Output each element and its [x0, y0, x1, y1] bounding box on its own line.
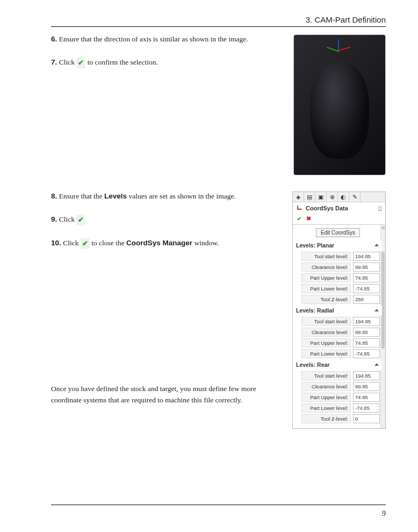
coordsys-icon	[296, 204, 304, 212]
step-7-pre: Click	[59, 58, 75, 66]
radial-upper-label[interactable]: Part Upper level:	[301, 338, 351, 347]
planar-upper-value[interactable]: 74.85	[353, 273, 380, 282]
text-column-top: 6. Ensure that the direction of axis is …	[51, 34, 293, 81]
rear-upper-row: Part Upper level: 74.85	[301, 393, 380, 402]
step-8-post: values are set as shown in the image.	[127, 192, 236, 200]
section-header-radial[interactable]: Levels: Radial	[294, 306, 382, 315]
step-6: 6. Ensure that the direction of axis is …	[51, 34, 286, 45]
planar-lower-row: Part Lower level: -74.85	[301, 284, 380, 293]
toolbar-icon-2[interactable]: ▤	[304, 192, 315, 202]
scrollbar[interactable]	[380, 225, 385, 428]
toolbar-icon-5[interactable]: ◐	[338, 192, 349, 202]
radial-lower-value[interactable]: -74.85	[353, 349, 380, 358]
row-bottom: 8. Ensure that the Levels values are set…	[51, 191, 386, 429]
panel-body: Edit CoordSys Levels: Planar Tool start …	[293, 225, 385, 428]
rear-lower-value[interactable]: -74.85	[353, 403, 380, 413]
rear-clearance-row: Clearance level: 99.85	[301, 382, 380, 391]
closing-paragraph: Once you have defined the stock and targ…	[51, 384, 285, 406]
edit-coordsys-button[interactable]: Edit CoordSys	[316, 228, 360, 237]
planar-clearance-row: Clearance level: 99.85	[301, 263, 380, 272]
header-rule	[51, 26, 386, 27]
cancel-icon[interactable]: ✖	[306, 215, 311, 222]
step-7-num: 7.	[51, 58, 57, 66]
step-9: 9. Click ✔	[51, 215, 285, 225]
radial-clearance-label[interactable]: Clearance level:	[301, 328, 351, 337]
planar-upper-label[interactable]: Part Upper level:	[301, 273, 351, 282]
step-6-text: Ensure that the direction of axis is sim…	[59, 35, 248, 43]
panel-title-text: CoordSys Data	[306, 205, 348, 211]
panel-scroll-area: Edit CoordSys Levels: Planar Tool start …	[293, 224, 385, 428]
document-page: 3. CAM-Part Definition 6. Ensure that th…	[0, 0, 418, 532]
rear-upper-label[interactable]: Part Upper level:	[301, 393, 351, 402]
step-9-num: 9.	[51, 215, 57, 223]
step-6-num: 6.	[51, 35, 57, 43]
radial-lower-row: Part Lower level: -74.85	[301, 349, 380, 358]
step-9-pre: Click	[59, 215, 75, 223]
edit-btn-row: Edit CoordSys	[296, 228, 380, 237]
planar-tool-start-value[interactable]: 194.85	[353, 252, 380, 261]
step-7-post: to confirm the selection.	[88, 58, 158, 66]
rear-tool-start-value[interactable]: 194.85	[353, 371, 380, 380]
checkmark-icon: ✔	[81, 238, 90, 249]
rear-clearance-label[interactable]: Clearance level:	[301, 382, 351, 391]
page-number: 9	[382, 509, 386, 518]
step-10: 10. Click ✔ to close the CoordSys Manage…	[51, 238, 285, 249]
rear-tool-start-label[interactable]: Tool start level:	[301, 371, 351, 380]
planar-toolz-value[interactable]: 250	[353, 295, 380, 304]
footer-rule	[51, 505, 386, 505]
step-8-pre: Ensure that the	[59, 192, 104, 200]
planar-upper-row: Part Upper level: 74.85	[301, 273, 380, 282]
step-8-bold: Levels	[104, 192, 127, 200]
panel-title-row: CoordSys Data ⍰	[293, 202, 385, 214]
help-icon[interactable]: ⍰	[378, 205, 382, 211]
radial-lower-label[interactable]: Part Lower level:	[301, 349, 351, 358]
panel-col: ◈ ▤ ▣ ⊕ ◐ ✎ CoordSys Data ⍰ ✔ ✖	[292, 191, 386, 429]
checkmark-icon: ✔	[76, 215, 85, 225]
radial-upper-row: Part Upper level: 74.85	[301, 338, 380, 347]
planar-toolz-label[interactable]: Tool Z-level:	[301, 295, 351, 304]
rear-upper-value[interactable]: 74.85	[353, 393, 380, 402]
toolbar-icon-4[interactable]: ⊕	[327, 192, 338, 202]
section-header: 3. CAM-Part Definition	[51, 15, 386, 24]
planar-toolz-row: Tool Z-level: 250	[301, 295, 380, 304]
section-header-planar[interactable]: Levels: Planar	[294, 240, 382, 250]
rear-toolz-row: Tool Z-level: 0	[301, 414, 380, 423]
radial-tool-start-label[interactable]: Tool start level:	[301, 317, 351, 326]
step-10-num: 10.	[51, 239, 61, 247]
coordsys-panel: ◈ ▤ ▣ ⊕ ◐ ✎ CoordSys Data ⍰ ✔ ✖	[292, 191, 386, 429]
panel-actions: ✔ ✖	[293, 214, 385, 224]
head-image-col	[293, 34, 386, 175]
planar-lower-label[interactable]: Part Lower level:	[301, 284, 351, 293]
panel-toolbar: ◈ ▤ ▣ ⊕ ◐ ✎	[293, 192, 385, 202]
section-header-rear[interactable]: Levels: Rear	[294, 360, 382, 370]
radial-tool-start-row: Tool start level: 194.85	[301, 317, 380, 326]
step-10-posta: to close the	[91, 239, 126, 247]
rear-toolz-label[interactable]: Tool Z-level:	[301, 414, 351, 423]
radial-tool-start-value[interactable]: 194.85	[353, 317, 380, 326]
planar-tool-start-label[interactable]: Tool start level:	[301, 252, 351, 261]
planar-clearance-value[interactable]: 99.85	[353, 263, 380, 272]
checkmark-icon: ✔	[76, 58, 85, 68]
rear-toolz-value[interactable]: 0	[353, 414, 380, 423]
planar-tool-start-row: Tool start level: 194.85	[301, 252, 380, 261]
rear-lower-row: Part Lower level: -74.85	[301, 403, 380, 413]
step-8-num: 8.	[51, 192, 57, 200]
step-10-postb: window.	[192, 239, 219, 247]
rear-clearance-value[interactable]: 99.85	[353, 382, 380, 391]
radial-clearance-row: Clearance level: 99.85	[301, 328, 380, 337]
radial-clearance-value[interactable]: 99.85	[353, 328, 380, 337]
rear-tool-start-row: Tool start level: 194.85	[301, 371, 380, 380]
planar-clearance-label[interactable]: Clearance level:	[301, 263, 351, 272]
planar-lower-value[interactable]: -74.85	[353, 284, 380, 293]
row-top: 6. Ensure that the direction of axis is …	[51, 34, 386, 175]
toolbar-icon-3[interactable]: ▣	[315, 192, 327, 202]
toolbar-icon-6[interactable]: ✎	[349, 192, 361, 202]
text-column-bottom: 8. Ensure that the Levels values are set…	[51, 191, 292, 406]
axis-triad-icon	[326, 39, 353, 61]
radial-upper-value[interactable]: 74.85	[353, 338, 380, 347]
rear-lower-label[interactable]: Part Lower level:	[301, 403, 351, 413]
toolbar-icon-1[interactable]: ◈	[293, 192, 304, 202]
step-10-bold: CoordSys Manager	[126, 239, 192, 247]
ok-icon[interactable]: ✔	[297, 216, 301, 222]
step-7: 7. Click ✔ to confirm the selection.	[51, 58, 286, 68]
